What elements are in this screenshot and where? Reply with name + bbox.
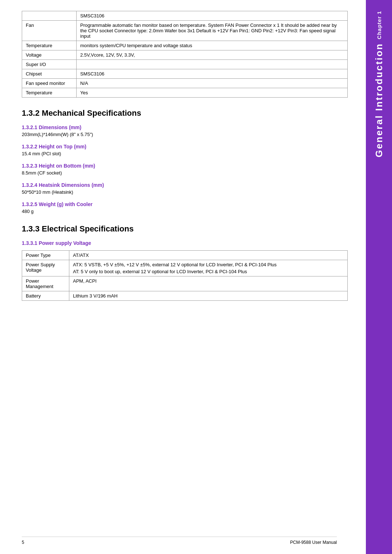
power-table-value: Lithium 3 V/196 mAH: [69, 291, 348, 301]
power-table-value: ATX: 5 VSTB, +5 V ±5%, +12 V ±5%, extern…: [69, 260, 348, 276]
mechanical-subsection-heading: 1.3.2.4 Heatsink Dimensions (mm): [22, 182, 348, 188]
table-cell-label: Temperature: [22, 41, 77, 50]
side-banner: Chapter 1 General Introduction: [366, 0, 392, 554]
table-cell-label: Fan: [22, 21, 77, 41]
footer: 5 PCM-9588 User Manual: [22, 537, 337, 545]
table-cell-value: SMSC3106: [77, 69, 348, 79]
page-container: SMSC3106FanProgrammable automatic fan mo…: [0, 0, 392, 554]
mechanical-subsection-heading: 1.3.2.2 Height on Top (mm): [22, 144, 348, 149]
subsection-1331-number: 1.3.3.1: [22, 240, 37, 246]
table-cell-value: Programmable automatic fan monitor based…: [77, 21, 348, 41]
table-cell-label: Voltage: [22, 50, 77, 60]
power-table-label: Power Type: [22, 251, 69, 260]
section-132-heading: 1.3.2 Mechanical Specifications: [22, 108, 348, 118]
section-132-number: 1.3.2: [22, 108, 40, 118]
table-cell-value: monitors system/CPU temperature and volt…: [77, 41, 348, 50]
table-cell-label: [22, 11, 77, 21]
power-table-value: AT/ATX: [69, 251, 348, 260]
power-table: Power TypeAT/ATXPower Supply VoltageATX:…: [22, 250, 348, 301]
section-133-heading: 1.3.3 Electrical Specifications: [22, 224, 348, 234]
mechanical-subsection-heading: 1.3.2.1 Dimensions (mm): [22, 124, 348, 130]
chapter-label: Chapter 1: [376, 11, 382, 39]
section-133-number: 1.3.3: [22, 224, 40, 233]
footer-manual-name: PCM-9588 User Manual: [290, 540, 337, 545]
power-table-label: Power Management: [22, 276, 69, 291]
subsection-1331-heading: 1.3.3.1 Power supply Voltage: [22, 240, 348, 246]
banner-title: General Introduction: [373, 43, 385, 157]
table-cell-value: N/A: [77, 79, 348, 88]
table-cell-value: SMSC3106: [77, 11, 348, 21]
power-table-label: Power Supply Voltage: [22, 260, 69, 276]
power-table-label: Battery: [22, 291, 69, 301]
mechanical-subsection-body: 8.5mm (CF socket): [22, 170, 348, 176]
side-banner-inner: Chapter 1 General Introduction: [373, 0, 385, 554]
section-133-title: Electrical Specifications: [42, 224, 134, 233]
subsection-1331-title: Power supply Voltage: [39, 240, 91, 246]
mechanical-subsections: 1.3.2.1 Dimensions (mm)203mm(L)*146mm(W)…: [22, 124, 348, 214]
top-spec-table: SMSC3106FanProgrammable automatic fan mo…: [22, 11, 348, 98]
power-table-value: APM, ACPI: [69, 276, 348, 291]
table-cell-value: 2.5V,Vcore, 12V, 5V, 3.3V,: [77, 50, 348, 60]
main-content: SMSC3106FanProgrammable automatic fan mo…: [0, 0, 366, 554]
mechanical-subsection-body: 15.4 mm (PCI slot): [22, 151, 348, 156]
table-cell-label: Chipset: [22, 69, 77, 79]
mechanical-subsection-body: 480 g: [22, 209, 348, 214]
table-cell-label: Fan speed monitor: [22, 79, 77, 88]
table-cell-label: Temperature: [22, 88, 77, 98]
mechanical-subsection-body: 203mm(L)*146mm(W) (8" x 5.75"): [22, 132, 348, 137]
table-cell-value: Yes: [77, 88, 348, 98]
mechanical-subsection-heading: 1.3.2.3 Height on Bottom (mm): [22, 163, 348, 169]
section-132-title: Mechanical Specifications: [42, 108, 141, 118]
footer-page-number: 5: [22, 540, 24, 545]
mechanical-subsection-heading: 1.3.2.5 Weight (g) with Cooler: [22, 201, 348, 207]
table-cell-value: [77, 60, 348, 69]
mechanical-subsection-body: 50*50*10 mm (Heatsink): [22, 189, 348, 195]
table-cell-label: Super I/O: [22, 60, 77, 69]
